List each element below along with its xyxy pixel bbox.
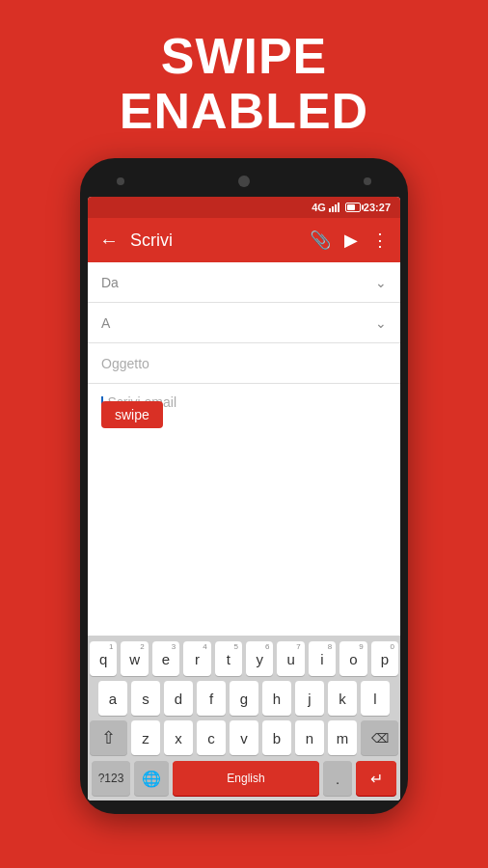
key-a[interactable]: a — [98, 681, 127, 716]
from-field[interactable]: Da ⌄ — [88, 262, 400, 303]
app-bar-title: Scrivi — [130, 231, 298, 251]
key-p[interactable]: 0p — [371, 641, 398, 676]
attach-icon[interactable]: 📎 — [310, 230, 331, 251]
subject-field[interactable]: Oggetto — [88, 343, 400, 384]
keyboard-bottom-row: ?123 🌐 English . ↵ — [90, 760, 398, 797]
key-t[interactable]: 5t — [215, 641, 242, 676]
key-e[interactable]: 3e — [152, 641, 179, 676]
key-d[interactable]: d — [164, 681, 193, 716]
hero-line1: SWIPE — [120, 29, 368, 84]
key-period[interactable]: . — [323, 761, 352, 796]
key-v[interactable]: v — [230, 720, 258, 755]
key-f[interactable]: f — [197, 681, 226, 716]
key-y[interactable]: 6y — [246, 641, 273, 676]
key-o[interactable]: 9o — [339, 641, 366, 676]
signal-icon — [329, 203, 342, 212]
key-enter[interactable]: ↵ — [356, 761, 396, 796]
keyboard-row-1: 1q 2w 3e 4r 5t 6y 7u 8i 9o 0p — [90, 641, 398, 676]
keyboard-row-2: a s d f g h j k l — [90, 681, 398, 716]
key-g[interactable]: g — [230, 681, 258, 716]
speaker-dot — [238, 176, 250, 187]
to-chevron: ⌄ — [375, 315, 387, 331]
swipe-tooltip: swipe — [101, 401, 163, 428]
camera-dot-left — [117, 177, 124, 185]
time-label: 23:27 — [364, 202, 391, 213]
key-q[interactable]: 1q — [90, 641, 117, 676]
battery-fill — [347, 204, 355, 210]
more-icon[interactable]: ⋮ — [371, 230, 389, 251]
key-shift[interactable]: ⇧ — [90, 720, 127, 755]
key-l[interactable]: l — [361, 681, 390, 716]
key-u[interactable]: 7u — [277, 641, 304, 676]
key-globe[interactable]: 🌐 — [134, 761, 169, 796]
from-label: Da — [101, 275, 130, 290]
hero-line2: ENABLED — [120, 84, 368, 139]
key-space[interactable]: English — [173, 761, 319, 796]
key-x[interactable]: x — [164, 720, 193, 755]
key-delete[interactable]: ⌫ — [361, 720, 398, 755]
key-w[interactable]: 2w — [121, 641, 148, 676]
key-i[interactable]: 8i — [309, 641, 336, 676]
hero-text: SWIPE ENABLED — [120, 29, 368, 139]
phone-top-bar — [88, 172, 400, 191]
key-s[interactable]: s — [131, 681, 160, 716]
key-n[interactable]: n — [295, 720, 324, 755]
phone-screen: 4G 23:27 ← Scrivi 📎 ▶ ⋮ — [88, 197, 400, 800]
key-num-sym[interactable]: ?123 — [92, 761, 130, 796]
key-m[interactable]: m — [328, 720, 357, 755]
email-form: Da ⌄ A ⌄ Oggetto Scrivi email swipe 1q — [88, 262, 400, 800]
key-z[interactable]: z — [131, 720, 160, 755]
key-r[interactable]: 4r — [183, 641, 210, 676]
app-bar: ← Scrivi 📎 ▶ ⋮ — [88, 218, 400, 262]
to-label: A — [101, 315, 130, 331]
keyboard-row-3: ⇧ z x c v b n m ⌫ — [90, 720, 398, 755]
key-c[interactable]: c — [197, 720, 226, 755]
battery-icon — [345, 203, 361, 212]
to-field[interactable]: A ⌄ — [88, 303, 400, 343]
key-k[interactable]: k — [328, 681, 357, 716]
key-j[interactable]: j — [295, 681, 324, 716]
network-label: 4G — [312, 202, 326, 213]
body-field[interactable]: Scrivi email swipe — [88, 384, 400, 636]
from-chevron: ⌄ — [375, 275, 387, 290]
back-button[interactable]: ← — [99, 230, 119, 252]
app-bar-icons: 📎 ▶ ⋮ — [310, 230, 389, 251]
status-bar: 4G 23:27 — [88, 197, 400, 218]
key-h[interactable]: h — [262, 681, 291, 716]
camera-dot-right — [364, 177, 371, 185]
phone-frame: 4G 23:27 ← Scrivi 📎 ▶ ⋮ — [80, 158, 408, 814]
subject-placeholder: Oggetto — [101, 356, 149, 371]
send-icon[interactable]: ▶ — [344, 230, 358, 251]
keyboard: 1q 2w 3e 4r 5t 6y 7u 8i 9o 0p a s d f — [88, 636, 400, 800]
key-b[interactable]: b — [262, 720, 291, 755]
status-icons: 4G 23:27 — [312, 202, 391, 213]
